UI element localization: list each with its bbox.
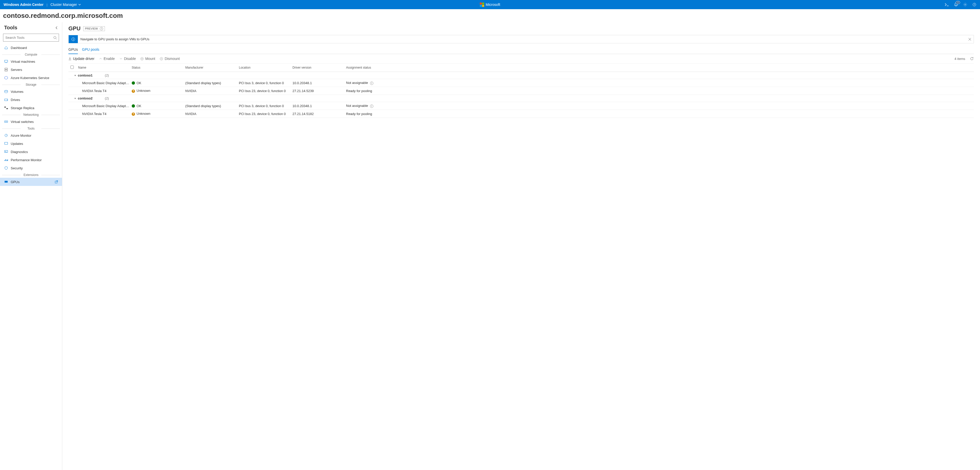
- sidebar-item-servers[interactable]: Servers: [0, 65, 62, 74]
- sidebar-item-azure-monitor[interactable]: Azure Monitor: [0, 131, 62, 140]
- help-icon[interactable]: ?: [972, 3, 977, 6]
- col-manufacturer[interactable]: Manufacturer: [184, 65, 238, 70]
- tab-gpu-pools[interactable]: GPU pools: [82, 45, 99, 54]
- table-body: ▾ contoso1 (2) Microsoft Basic Display A…: [68, 72, 974, 118]
- sidebar-item-gpus[interactable]: GPUs: [0, 178, 62, 186]
- svg-point-20: [73, 38, 73, 39]
- sidebar-item-label: Performance Monitor: [11, 158, 41, 162]
- server-icon: [4, 68, 8, 71]
- chevron-down-icon[interactable]: ▾: [75, 97, 76, 100]
- shell-icon[interactable]: [945, 3, 949, 6]
- svg-text:?: ?: [974, 3, 975, 6]
- sidebar-item-virtual-machines[interactable]: Virtual machines: [0, 57, 62, 65]
- sidebar-item-diagnostics[interactable]: Diagnostics: [0, 148, 62, 156]
- brand-text: Microsoft: [486, 3, 500, 6]
- refresh-button[interactable]: [970, 57, 974, 61]
- close-banner-button[interactable]: [966, 35, 974, 43]
- col-name[interactable]: Name: [77, 65, 130, 70]
- table-group-row[interactable]: ▾ contoso1 (2): [68, 72, 974, 79]
- tabs: GPUs GPU pools: [68, 45, 974, 54]
- cmd-enable[interactable]: Enable: [99, 57, 115, 61]
- command-bar: Update driver Enable Disable Mount Dismo…: [68, 54, 974, 64]
- separator: |: [46, 3, 47, 6]
- sidebar-item-performance-monitor[interactable]: Performance Monitor: [0, 156, 62, 164]
- section-tools: Tools: [0, 126, 62, 131]
- cell-status: OK: [130, 81, 184, 86]
- group-count: (2): [105, 97, 109, 100]
- cell-name: Microsoft Basic Display Adapter (Low Res…: [77, 103, 130, 108]
- tab-gpus[interactable]: GPUs: [68, 45, 78, 54]
- preview-label: PREVIEW: [85, 27, 98, 30]
- svg-rect-6: [5, 70, 7, 71]
- sidebar-item-vswitches[interactable]: Virtual switches: [0, 118, 62, 126]
- sidebar-item-volumes[interactable]: Volumes: [0, 87, 62, 95]
- svg-rect-21: [73, 39, 73, 40]
- sidebar-item-label: Storage Replica: [11, 106, 35, 110]
- col-driver[interactable]: Driver version: [291, 65, 345, 70]
- search-icon[interactable]: [53, 36, 57, 40]
- collapse-sidebar-icon[interactable]: [56, 26, 58, 30]
- chevron-down-icon[interactable]: ▾: [75, 74, 76, 77]
- search-tools: [3, 34, 59, 41]
- table-row[interactable]: NVIDIA Tesla T4 Unknown NVIDIA PCI bus 2…: [68, 87, 974, 95]
- settings-icon[interactable]: [963, 3, 967, 6]
- sidebar-item-drives[interactable]: Drives: [0, 95, 62, 104]
- sidebar-item-aks[interactable]: Azure Kubernetes Service: [0, 74, 62, 82]
- brand: Microsoft: [480, 3, 500, 7]
- sidebar-item-storage-replica[interactable]: Storage Replica: [0, 104, 62, 112]
- sidebar-title: Tools: [4, 25, 56, 30]
- group-count: (2): [105, 73, 109, 77]
- cell-driver: 10.0.20348.1: [291, 81, 345, 86]
- cell-location: PCI bus 3, device 0, function 0: [238, 103, 291, 108]
- cell-driver: 27.21.14.5239: [291, 89, 345, 93]
- table-header: Name Status Manufacturer Location Driver…: [68, 64, 974, 72]
- table-group-row[interactable]: ▾ contoso2 (2): [68, 95, 974, 102]
- svg-point-0: [965, 4, 966, 5]
- sidebar-item-label: Dashboard: [11, 46, 27, 50]
- plus-circle-icon: [140, 57, 144, 60]
- info-icon[interactable]: i: [370, 105, 373, 108]
- cmd-dismount[interactable]: Dismount: [160, 57, 180, 61]
- chevron-down-icon: [119, 57, 123, 60]
- sidebar-item-security[interactable]: Security: [0, 164, 62, 172]
- search-input[interactable]: [3, 34, 59, 41]
- section-compute: Compute: [0, 52, 62, 57]
- cmd-mount[interactable]: Mount: [140, 57, 155, 61]
- select-all-checkbox[interactable]: [70, 65, 74, 69]
- section-networking: Networking: [0, 112, 62, 118]
- cmd-update-driver[interactable]: Update driver: [68, 57, 94, 61]
- col-assignment[interactable]: Assignment status: [345, 65, 974, 70]
- section-extensions: Extensions: [0, 172, 62, 178]
- cmd-disable[interactable]: Disable: [119, 57, 136, 61]
- replica-icon: [4, 106, 8, 110]
- vswitch-icon: [4, 120, 8, 124]
- notifications-icon[interactable]: 12: [954, 3, 958, 6]
- info-icon[interactable]: i: [370, 82, 373, 85]
- cell-location: PCI bus 23, device 0, function 0: [238, 111, 291, 116]
- section-storage: Storage: [0, 82, 62, 87]
- diagnostics-icon: [4, 150, 8, 154]
- chevron-down-icon: [78, 3, 81, 6]
- sidebar-item-label: Virtual switches: [11, 120, 34, 124]
- col-location[interactable]: Location: [238, 65, 291, 70]
- sidebar-item-updates[interactable]: Updates: [0, 140, 62, 148]
- context-label: Cluster Manager: [51, 3, 77, 6]
- notification-badge: 12: [956, 1, 960, 4]
- cell-status: OK: [130, 103, 184, 108]
- table-row[interactable]: Microsoft Basic Display Adapter (Low Res…: [68, 79, 974, 87]
- svg-point-3: [54, 36, 56, 38]
- cmd-label: Enable: [103, 57, 115, 61]
- volumes-icon: [4, 89, 8, 94]
- cmd-label: Disable: [124, 57, 136, 61]
- table-row[interactable]: Microsoft Basic Display Adapter (Low Res…: [68, 102, 974, 110]
- gpu-icon: [4, 180, 8, 184]
- sidebar-item-dashboard[interactable]: Dashboard: [0, 44, 62, 52]
- shield-icon: [4, 166, 8, 170]
- svg-rect-17: [5, 181, 8, 183]
- col-status[interactable]: Status: [130, 65, 184, 70]
- sidebar-item-label: Updates: [11, 142, 23, 146]
- external-link-icon[interactable]: [55, 180, 58, 183]
- info-icon[interactable]: i: [100, 27, 103, 30]
- table-row[interactable]: NVIDIA Tesla T4 Unknown NVIDIA PCI bus 2…: [68, 110, 974, 118]
- context-dropdown[interactable]: Cluster Manager: [51, 3, 81, 6]
